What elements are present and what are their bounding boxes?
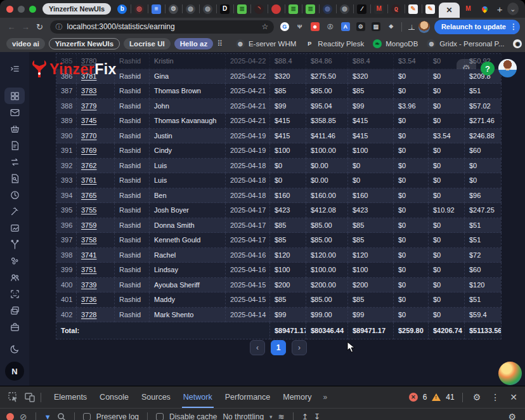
omnibox[interactable]: ⓘ localhost:3000/statistics/earning ☆ [50,20,275,34]
profile-avatar[interactable] [418,21,429,33]
google-circle-extension-icon[interactable]: G [278,20,291,34]
globe-dark-tab-3[interactable]: ◍ [336,0,353,18]
site-info-icon[interactable]: ⓘ [56,22,63,32]
sidebar-item-search-document[interactable] [4,170,25,187]
cell-id[interactable]: 3769 [77,143,115,159]
devtools-tab-performance[interactable]: Performance [219,386,277,408]
devtools-tab-elements[interactable]: Elements [48,386,93,408]
sidebar-item-face-scan[interactable] [4,285,25,302]
cell-id[interactable]: 3736 [77,292,115,308]
sidebar-item-basket[interactable] [4,121,25,137]
tab-group-chip[interactable]: Yinzerfix NewUIs [42,3,111,15]
bookmark-plesk[interactable]: PReactity Plesk [305,39,364,48]
forward-button[interactable]: → [19,22,32,32]
red-target-tab[interactable]: ◎ [131,0,148,18]
console-warning-icon[interactable] [432,393,441,401]
sidebar-item-briefcase[interactable] [4,318,25,335]
translate-extension-icon[interactable]: A [339,20,352,34]
reload-button[interactable]: ↻ [33,22,46,32]
earning-id-link[interactable]: 3765 [81,192,96,199]
red-arc-tab[interactable]: ◝ [250,0,268,18]
bookmark-chip-hello-az[interactable]: Hello az [174,38,213,49]
image-extension-icon[interactable]: ▨ [369,20,382,34]
cell-id[interactable]: 3755 [77,203,115,218]
record-network-log-button[interactable] [6,413,14,420]
sidebar-item-photos[interactable] [4,302,25,318]
earning-id-link[interactable]: 3770 [81,132,96,140]
cell-id[interactable]: 3761 [77,173,115,188]
warning-count[interactable]: 41 [446,393,454,402]
bookmarks-grid-icon[interactable]: ⠿ [217,39,223,48]
dark-mode-toggle[interactable] [4,341,25,357]
devtools-menu-icon[interactable]: ⋮ [488,392,502,402]
cell-id[interactable]: 3728 [77,308,115,323]
user-avatar[interactable] [498,59,517,77]
browser-menu-icon[interactable]: ⋮ [510,22,517,31]
devtools-tab-memory[interactable]: Memory [276,386,318,408]
globe-dark-tab[interactable]: ◍ [182,0,199,18]
devtools-tab-sources[interactable]: Sources [135,386,177,408]
bookmark-globe[interactable]: ◍E-server WHM [236,39,296,48]
relaunch-to-update-button[interactable]: Relaunch to update ⋮ [434,20,520,34]
gear-dark-extension-icon[interactable]: ⚙ [354,20,367,34]
cell-id[interactable]: 3765 [77,188,115,204]
globe-dark-tab-2[interactable]: ◍ [199,0,216,18]
next-page-button[interactable]: › [292,340,307,355]
tab-maps[interactable] [477,0,492,18]
filter-icon[interactable]: ▼ [44,413,51,420]
preserve-log-checkbox[interactable] [83,413,91,420]
cell-id[interactable]: 3779 [77,99,115,114]
sidebar-item-sidebar-toggle[interactable] [4,60,25,77]
a-circle-extension-icon[interactable]: Ⓐ [323,20,337,34]
earning-id-link[interactable]: 3755 [81,206,96,214]
sidebar-item-users[interactable] [4,269,25,285]
earning-id-link[interactable]: 3758 [81,236,96,244]
page-1-button[interactable]: 1 [271,340,286,355]
cell-id[interactable]: 3762 [77,159,115,174]
sidebar-item-mail[interactable] [4,104,25,121]
sheets-green-tab-3[interactable]: ≣ [302,0,319,18]
export-har-icon[interactable]: ↧ [314,412,320,420]
devtools-close-icon[interactable]: ✕ [507,392,520,402]
sheets-green-tab-2[interactable]: ≣ [285,0,302,18]
sidebar-avatar[interactable]: N [5,362,24,381]
back-button[interactable]: ← [5,22,18,32]
tab-search-chevron-icon[interactable]: ⌄ [507,3,519,15]
photo-pen-tab-2[interactable]: ✎ [422,0,439,18]
disable-cache-checkbox[interactable] [156,413,164,420]
zoom-window-button[interactable] [29,6,36,13]
network-conditions-icon[interactable]: ≋ [278,412,285,420]
console-error-icon[interactable]: ✕ [409,393,418,402]
throttling-select[interactable]: No throttling [223,412,264,420]
bookmark-star-icon[interactable]: ☆ [261,22,268,31]
earning-id-link[interactable]: 3741 [81,251,96,259]
earning-id-link[interactable]: 3761 [81,176,96,184]
earning-id-link[interactable]: 3783 [81,87,96,95]
sidebar-item-clock[interactable] [4,187,25,203]
cell-id[interactable]: 3758 [77,233,115,248]
gmail-color-tab[interactable]: M [460,0,477,18]
sidebar-item-transactions[interactable] [4,154,25,170]
npm-red-tab[interactable] [268,0,285,18]
search-icon[interactable] [57,412,66,420]
red-badge-extension-icon[interactable]: ☻ [308,20,321,34]
help-button[interactable]: ? [481,62,495,75]
cell-id[interactable]: 3759 [77,218,115,233]
devtools-more-tabs-icon[interactable]: » [318,393,332,402]
error-count[interactable]: 6 [423,393,427,402]
earning-id-link[interactable]: 3739 [81,281,96,289]
cell-id[interactable]: 3745 [77,114,115,129]
sidebar-item-dashboard[interactable] [4,88,25,104]
red-spiral-tab[interactable]: ϱ [387,0,405,18]
bookmark-chip-yinzerfix-newuis[interactable]: Yinzerfix NewUIs [49,38,120,49]
devtools-tab-network[interactable]: Network [177,386,219,408]
earning-id-link[interactable]: 3769 [81,147,96,154]
blue-social-tab[interactable]: b [113,0,131,18]
earning-id-link[interactable]: 3728 [81,311,96,318]
network-settings-icon[interactable]: ⚙ [505,412,519,420]
clear-network-log-icon[interactable]: ⊘ [20,412,27,420]
earning-id-link[interactable]: 3759 [81,221,96,229]
d-black-tab[interactable]: D [216,0,233,18]
sidebar-item-invoice[interactable] [4,137,25,154]
close-window-button[interactable] [6,6,13,13]
